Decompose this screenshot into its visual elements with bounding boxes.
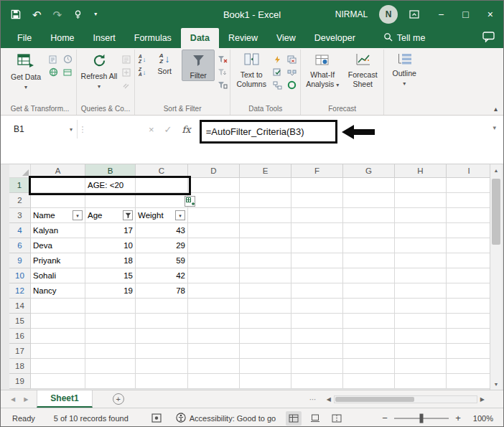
formula-bar-expand-icon[interactable]: ▾ (493, 120, 496, 131)
sheet-nav-right-icon[interactable]: ▶ (24, 396, 28, 403)
ribbon-display-options-icon[interactable] (409, 10, 419, 19)
cell-i14[interactable] (447, 299, 492, 314)
row-header-4[interactable]: 4 (9, 223, 31, 238)
cell-g19[interactable] (343, 374, 395, 389)
cell-c19[interactable] (136, 374, 188, 389)
cell-h1[interactable] (395, 178, 447, 193)
page-break-view-button[interactable] (329, 411, 345, 426)
cell-h18[interactable] (395, 359, 447, 374)
cell-d3[interactable] (188, 208, 240, 223)
enter-icon[interactable]: ✓ (164, 124, 172, 135)
cell-d15[interactable] (188, 314, 240, 329)
cell-e6[interactable] (240, 238, 291, 253)
cell-d14[interactable] (188, 299, 240, 314)
tab-formulas[interactable]: Formulas (125, 28, 181, 48)
cell-g14[interactable] (343, 299, 395, 314)
sort-az-icon[interactable]: AZ ↓ (137, 55, 147, 64)
cell-a2[interactable] (31, 193, 85, 208)
cell-h19[interactable] (395, 374, 447, 389)
zoom-out-button[interactable]: − (381, 413, 389, 423)
column-header-g[interactable]: G (343, 164, 395, 178)
cell-h4[interactable] (395, 223, 447, 238)
cell-c14[interactable] (136, 299, 188, 314)
cell-b17[interactable] (85, 344, 136, 359)
page-layout-view-button[interactable] (307, 411, 323, 426)
properties-icon[interactable] (121, 67, 132, 77)
row-header-2[interactable]: 2 (9, 193, 31, 208)
tab-splitter[interactable]: ⋯ (309, 395, 317, 403)
cell-e19[interactable] (240, 374, 291, 389)
cell-e12[interactable] (240, 283, 291, 299)
cell-g4[interactable] (343, 223, 395, 238)
text-to-columns-button[interactable]: Text to Columns (233, 50, 270, 88)
scroll-down-icon[interactable]: ▼ (490, 378, 502, 390)
zoom-slider-thumb[interactable] (420, 413, 424, 423)
cell-c4[interactable]: 43 (136, 223, 188, 238)
cell-b6[interactable]: 10 (85, 238, 136, 253)
cell-a10[interactable]: Sohali (31, 268, 85, 283)
formula-input[interactable]: =AutoFilter_Criteria(B3) (202, 126, 304, 137)
clear-filter-icon[interactable] (217, 55, 228, 64)
row-header-9[interactable]: 9 (9, 253, 31, 268)
cell-a14[interactable] (31, 299, 85, 314)
cell-f6[interactable] (291, 238, 343, 253)
advanced-filter-icon[interactable] (217, 80, 228, 90)
select-all-corner[interactable] (9, 164, 31, 178)
cell-b9[interactable]: 18 (85, 253, 136, 268)
column-header-e[interactable]: E (240, 164, 291, 178)
zoom-level[interactable]: 100% (467, 414, 493, 423)
from-web-icon[interactable] (48, 67, 59, 77)
user-name[interactable]: NIRMAL (335, 9, 368, 19)
cell-g15[interactable] (343, 314, 395, 329)
cell-e16[interactable] (240, 329, 291, 344)
macro-record-icon[interactable] (151, 413, 162, 423)
edit-links-icon[interactable] (121, 80, 132, 90)
cell-g6[interactable] (343, 238, 395, 253)
cell-f2[interactable] (291, 193, 343, 208)
cell-b3[interactable]: Age (85, 208, 136, 223)
scroll-right-icon[interactable]: ▶ (477, 396, 487, 403)
tab-file[interactable]: File (8, 28, 41, 48)
cell-g2[interactable] (343, 193, 395, 208)
manage-data-model-icon[interactable] (286, 80, 297, 90)
cell-c18[interactable] (136, 359, 188, 374)
cell-h15[interactable] (395, 314, 447, 329)
cell-d12[interactable] (188, 283, 240, 299)
scroll-up-icon[interactable]: ▲ (490, 164, 502, 176)
cell-i18[interactable] (447, 359, 492, 374)
cell-d10[interactable] (188, 268, 240, 283)
row-header-15[interactable]: 15 (9, 314, 31, 329)
cell-b19[interactable] (85, 374, 136, 389)
cell-a1[interactable] (31, 178, 85, 193)
insert-function-icon[interactable]: fx (182, 124, 191, 135)
save-icon[interactable] (11, 9, 21, 19)
name-box-sizer[interactable]: ⋮ (78, 120, 88, 139)
cell-c3[interactable]: Weight▾ (136, 208, 188, 223)
tab-developer[interactable]: Developer (305, 28, 365, 48)
undo-icon[interactable]: ↶ (32, 9, 42, 20)
row-header-19[interactable]: 19 (9, 374, 31, 389)
cell-i6[interactable] (447, 238, 492, 253)
row-header-10[interactable]: 10 (9, 268, 31, 283)
cell-i12[interactable] (447, 283, 492, 299)
cell-g10[interactable] (343, 268, 395, 283)
cell-a6[interactable]: Deva (31, 238, 85, 253)
scroll-left-icon[interactable]: ◀ (324, 396, 334, 403)
cell-e17[interactable] (240, 344, 291, 359)
sort-button[interactable]: AZ ↓ Sort (149, 50, 179, 76)
row-header-18[interactable]: 18 (9, 359, 31, 374)
cell-g3[interactable] (343, 208, 395, 223)
cell-e18[interactable] (240, 359, 291, 374)
column-header-f[interactable]: F (291, 164, 343, 178)
horizontal-scroll-track[interactable] (334, 395, 477, 403)
sort-za-icon[interactable]: ZA ↓ (137, 67, 147, 77)
row-header-12[interactable]: 12 (9, 283, 31, 299)
cell-b1[interactable]: AGE: <20 (85, 178, 136, 193)
cell-f4[interactable] (291, 223, 343, 238)
redo-icon[interactable]: ↷ (53, 9, 62, 20)
column-header-i[interactable]: I (447, 164, 492, 178)
cell-c1[interactable] (136, 178, 188, 193)
name-box[interactable]: B1 ▾ (9, 120, 78, 139)
consolidate-icon[interactable] (286, 67, 297, 77)
collapse-ribbon-icon[interactable]: ▴ (494, 105, 498, 113)
